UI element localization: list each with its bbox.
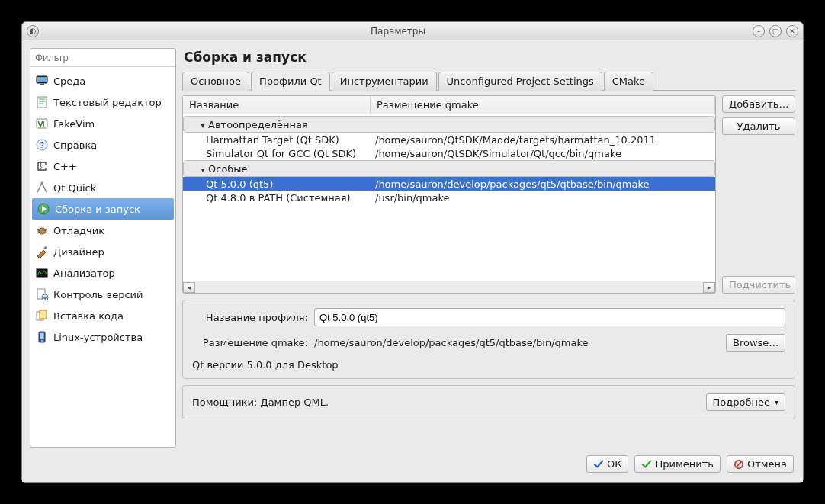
svg-point-10 xyxy=(40,181,43,184)
remove-button[interactable]: Удалить xyxy=(722,117,795,135)
column-header-name[interactable]: Название xyxy=(183,96,371,114)
category-item[interactable]: Контроль версий xyxy=(30,284,175,305)
tree-row[interactable]: Qt 4.8.0 в PATH (Системная)/usr/bin/qmak… xyxy=(183,191,715,204)
close-button[interactable]: ✕ xyxy=(786,25,798,37)
filter-input[interactable] xyxy=(30,49,175,67)
qtquick-icon xyxy=(35,181,49,194)
profile-details-group: Название профиля: Размещение qmake: /hom… xyxy=(182,300,795,379)
text-editor-icon xyxy=(35,95,49,109)
category-label: Отладчик xyxy=(53,225,104,236)
category-label: Текстовый редактор xyxy=(53,97,162,108)
category-label: Справка xyxy=(53,140,97,151)
category-label: Среда xyxy=(53,75,85,87)
expander-icon[interactable]: ▾ xyxy=(199,121,207,130)
category-label: FakeVim xyxy=(53,118,95,130)
helpers-group: Помощники: Дампер QML. Подробнее ▾ xyxy=(182,385,795,419)
ok-label: ОК xyxy=(607,458,621,470)
qt-versions-tree[interactable]: Название Размещение qmake ▾Автоопределён… xyxy=(182,95,716,294)
category-label: Анализатор xyxy=(53,268,115,279)
chevron-down-icon: ▾ xyxy=(775,398,778,406)
tab[interactable]: Инструментарии xyxy=(332,72,437,91)
tab[interactable]: Основное xyxy=(182,72,249,91)
helpers-more-label: Подробнее xyxy=(713,396,770,408)
cpp-icon xyxy=(35,159,49,173)
category-item[interactable]: Qt Quick xyxy=(30,177,175,198)
category-item[interactable]: Дизайнер xyxy=(30,241,175,262)
tab[interactable]: Профили Qt xyxy=(251,72,330,91)
svg-rect-24 xyxy=(40,333,44,339)
cleanup-button[interactable]: Подчистить xyxy=(722,276,795,294)
apply-label: Применить xyxy=(655,458,713,470)
linux-devices-icon xyxy=(35,330,49,344)
cancel-red-icon xyxy=(734,459,744,470)
category-item[interactable]: Анализатор xyxy=(30,262,175,284)
add-button[interactable]: Добавить… xyxy=(722,95,795,113)
column-header-qmake[interactable]: Размещение qmake xyxy=(371,96,715,114)
category-label: Qt Quick xyxy=(53,182,96,194)
apply-button[interactable]: Применить xyxy=(634,455,720,473)
profile-name-label: Название профиля: xyxy=(192,312,308,323)
svg-rect-3 xyxy=(37,97,47,108)
tree-row[interactable]: Simulator Qt for GCC (Qt SDK)/home/sauro… xyxy=(183,146,715,160)
tree-row[interactable]: Qt 5.0.0 (qt5)/home/sauron/develop/packa… xyxy=(183,177,715,191)
dialog-button-row: ОК Применить Отмена xyxy=(30,448,795,474)
tree-group[interactable]: ▾Особые xyxy=(183,160,715,177)
helpers-more-button[interactable]: Подробнее ▾ xyxy=(706,393,785,411)
category-item[interactable]: ?Справка xyxy=(30,134,175,156)
svg-line-27 xyxy=(737,462,741,467)
tab[interactable]: Unconfigured Project Settings xyxy=(438,72,602,91)
code-paste-icon xyxy=(35,309,49,323)
vcs-icon xyxy=(35,287,49,301)
cancel-button[interactable]: Отмена xyxy=(727,455,794,473)
svg-rect-1 xyxy=(37,77,47,82)
check-green-icon xyxy=(641,459,652,470)
category-label: Дизайнер xyxy=(53,246,104,258)
debugger-icon xyxy=(35,223,49,237)
svg-text:?: ? xyxy=(40,141,44,149)
category-item[interactable]: Среда xyxy=(30,70,175,91)
window-title: Параметры xyxy=(43,26,753,37)
category-item[interactable]: Linux-устройства xyxy=(30,326,175,348)
help-icon: ? xyxy=(35,138,49,152)
svg-rect-17 xyxy=(43,246,47,250)
profile-summary: Qt версии 5.0.0 для Desktop xyxy=(192,359,785,371)
category-item[interactable]: Текстовый редактор xyxy=(30,91,175,113)
svg-rect-2 xyxy=(40,84,44,85)
ok-button[interactable]: ОК xyxy=(586,455,628,473)
tab[interactable]: CMake xyxy=(604,72,653,91)
helpers-label: Помощники: Дампер QML. xyxy=(192,396,706,408)
category-label: Сборка и запуск xyxy=(55,204,140,215)
qmake-path-label: Размещение qmake: xyxy=(192,337,308,348)
page-title: Сборка и запуск xyxy=(184,50,795,65)
monitor-icon xyxy=(35,74,49,88)
scroll-right-icon[interactable]: ▸ xyxy=(703,282,715,293)
scroll-left-icon[interactable]: ◂ xyxy=(183,282,195,293)
svg-point-25 xyxy=(41,340,43,342)
category-item[interactable]: C++ xyxy=(30,156,175,177)
browse-button[interactable]: Browse… xyxy=(726,334,785,352)
category-label: C++ xyxy=(53,161,77,172)
category-item[interactable]: Отладчик xyxy=(30,220,175,241)
analyzer-icon xyxy=(35,266,49,280)
category-item[interactable]: Вставка кода xyxy=(30,305,175,326)
svg-rect-22 xyxy=(40,310,47,319)
maximize-button[interactable]: ▢ xyxy=(769,25,782,37)
minimize-button[interactable]: – xyxy=(753,25,765,37)
tree-group[interactable]: ▾Автоопределённая xyxy=(183,116,715,133)
dialog-window: ◐ Параметры – ▢ ✕ СредаТекстовый редакто… xyxy=(21,21,804,483)
tree-row[interactable]: Harmattan Target (Qt SDK)/home/sauron/Qt… xyxy=(183,133,715,146)
category-label: Linux-устройства xyxy=(53,332,143,343)
expander-icon[interactable]: ▾ xyxy=(199,165,207,174)
qmake-path-value: /home/sauron/develop/packages/qt5/qtbase… xyxy=(314,337,720,348)
window-menu-icon[interactable]: ◐ xyxy=(27,25,39,37)
category-item[interactable]: FakeVim xyxy=(30,113,175,134)
tree-hscroll[interactable]: ◂ ▸ xyxy=(183,281,715,293)
designer-icon xyxy=(35,245,49,258)
build-run-icon xyxy=(37,202,50,216)
profile-name-input[interactable] xyxy=(314,308,785,326)
cancel-label: Отмена xyxy=(747,458,787,470)
category-item[interactable]: Сборка и запуск xyxy=(32,198,174,220)
category-sidebar: СредаТекстовый редакторFakeVim?СправкаC+… xyxy=(30,48,176,448)
category-label: Вставка кода xyxy=(53,310,124,322)
title-bar: ◐ Параметры – ▢ ✕ xyxy=(22,22,803,40)
